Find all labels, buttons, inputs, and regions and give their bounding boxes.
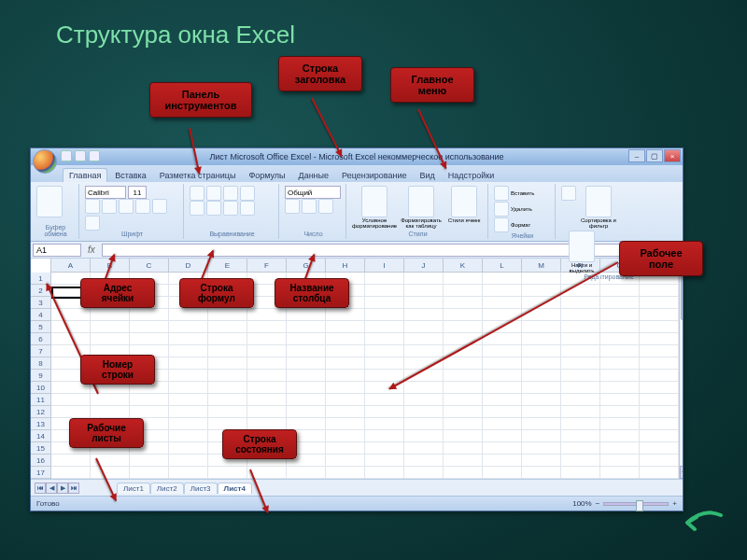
row-header[interactable]: 17 — [31, 467, 50, 479]
align-button[interactable] — [223, 186, 238, 201]
zoom-in-button[interactable]: + — [672, 499, 677, 508]
ribbon-tab[interactable]: Формулы — [243, 169, 290, 182]
column-header[interactable]: C — [130, 259, 169, 272]
btn-label: Формат — [511, 222, 530, 228]
wrap-button[interactable] — [240, 186, 255, 201]
sheet-tab[interactable]: Лист4 — [218, 483, 252, 494]
column-header[interactable]: F — [247, 259, 287, 272]
scroll-track[interactable] — [680, 272, 683, 466]
row-header[interactable]: 3 — [31, 297, 50, 309]
sheet-tab[interactable]: Лист1 — [117, 483, 150, 494]
close-button[interactable]: × — [664, 149, 681, 162]
group-label: Число — [285, 231, 342, 237]
row-header[interactable]: 9 — [31, 370, 50, 382]
font-color-button[interactable] — [85, 216, 100, 231]
vertical-scrollbar[interactable]: ▲ ▼ — [679, 259, 683, 479]
name-box[interactable]: A1 — [33, 244, 81, 257]
format-table-button[interactable] — [408, 186, 434, 217]
autosum-button[interactable] — [561, 186, 576, 201]
zoom-slider[interactable] — [603, 502, 669, 506]
sort-filter-button[interactable] — [585, 186, 612, 217]
delete-button[interactable] — [494, 202, 509, 217]
maximize-button[interactable]: ▢ — [646, 149, 663, 162]
zoom-controls[interactable]: 100% − + — [572, 499, 677, 508]
ribbon-tab[interactable]: Рецензирование — [336, 169, 413, 182]
sheet-tab[interactable]: Лист2 — [150, 483, 184, 494]
align-button[interactable] — [223, 201, 238, 216]
find-select-button[interactable] — [569, 231, 595, 262]
column-header[interactable]: K — [444, 259, 483, 272]
fx-icon[interactable]: fx — [84, 245, 99, 255]
select-all-corner[interactable] — [31, 259, 51, 273]
align-button[interactable] — [190, 201, 204, 216]
window-title-text: Лист Microsoft Office Excel - Microsoft … — [209, 152, 503, 161]
scroll-thumb[interactable] — [681, 273, 683, 320]
ribbon-tab[interactable]: Вставка — [109, 169, 151, 182]
row-header[interactable]: 11 — [31, 394, 50, 406]
italic-button[interactable] — [102, 199, 117, 214]
comma-button[interactable] — [318, 199, 333, 214]
border-button[interactable] — [135, 199, 150, 214]
row-header[interactable]: 6 — [31, 333, 50, 345]
minimize-button[interactable]: – — [628, 149, 645, 162]
sheet-nav-first[interactable]: ⏮ — [35, 483, 46, 494]
row-header[interactable]: 12 — [31, 406, 50, 418]
column-header[interactable]: J — [404, 259, 444, 272]
format-button[interactable] — [494, 217, 509, 232]
sheet-nav-prev[interactable]: ◀ — [46, 483, 57, 494]
excel-window: Лист Microsoft Office Excel - Microsoft … — [30, 147, 684, 511]
sheet-tab[interactable]: Лист3 — [184, 483, 218, 494]
ribbon-group-number: Общий Число — [281, 184, 346, 239]
currency-button[interactable] — [285, 199, 300, 214]
underline-button[interactable] — [119, 199, 134, 214]
bold-button[interactable] — [85, 199, 100, 214]
row-header[interactable]: 15 — [31, 442, 50, 455]
ribbon-tab[interactable]: Данные — [293, 169, 335, 182]
column-header[interactable]: D — [169, 259, 208, 272]
column-header[interactable]: M — [522, 259, 561, 272]
row-header[interactable]: 13 — [31, 418, 50, 430]
ribbon-group-styles: Условное форматирование Форматировать ка… — [348, 184, 488, 239]
column-header[interactable]: H — [326, 259, 365, 272]
align-button[interactable] — [206, 186, 221, 201]
row-header[interactable]: 14 — [31, 430, 50, 442]
row-header[interactable]: 8 — [31, 357, 50, 370]
align-button[interactable] — [190, 186, 204, 201]
ribbon-tab[interactable]: Вид — [415, 169, 441, 182]
column-header[interactable]: E — [208, 259, 247, 272]
row-header[interactable]: 16 — [31, 455, 50, 467]
scroll-down-button[interactable]: ▼ — [680, 466, 683, 479]
number-format-input[interactable]: Общий — [285, 186, 341, 199]
back-arrow-button[interactable] — [682, 506, 726, 539]
zoom-out-button[interactable]: − — [596, 499, 600, 508]
row-header[interactable]: 7 — [31, 345, 50, 357]
quick-access-toolbar[interactable] — [61, 150, 100, 161]
btn-label: Сортировка и фильтр — [578, 217, 619, 229]
fill-color-button[interactable] — [152, 199, 167, 214]
column-header[interactable]: I — [365, 259, 404, 272]
column-header[interactable]: L — [483, 259, 522, 272]
row-header[interactable]: 4 — [31, 309, 50, 321]
align-button[interactable] — [206, 201, 221, 216]
ribbon-tab[interactable]: Надстройки — [443, 169, 500, 182]
callout-toolbar: Панель инструментов — [149, 82, 252, 118]
slide-title: Структура окна Excel — [56, 21, 295, 49]
sheet-tab-bar: ⏮ ◀ ▶ ⏭ Лист1Лист2Лист3Лист4 — [31, 479, 683, 496]
percent-button[interactable] — [302, 199, 317, 214]
row-header[interactable]: 5 — [31, 321, 50, 333]
ribbon-tab[interactable]: Главная — [63, 168, 107, 182]
insert-button[interactable] — [494, 186, 509, 201]
row-header[interactable]: 10 — [31, 382, 50, 394]
cell-styles-button[interactable] — [451, 186, 477, 217]
column-header[interactable]: A — [51, 259, 91, 272]
merge-button[interactable] — [240, 201, 255, 216]
office-button-icon[interactable] — [33, 149, 57, 174]
sheet-nav-last[interactable]: ⏭ — [68, 483, 79, 494]
ribbon-group-clipboard: Буфер обмена — [33, 184, 79, 239]
cond-format-button[interactable] — [361, 186, 388, 217]
font-size-input[interactable]: 11 — [128, 186, 147, 199]
font-name-input[interactable]: Calibri — [85, 186, 126, 199]
paste-button[interactable] — [36, 186, 63, 217]
callout-colname: Название столбца — [275, 278, 349, 308]
sheet-nav-next[interactable]: ▶ — [57, 483, 68, 494]
